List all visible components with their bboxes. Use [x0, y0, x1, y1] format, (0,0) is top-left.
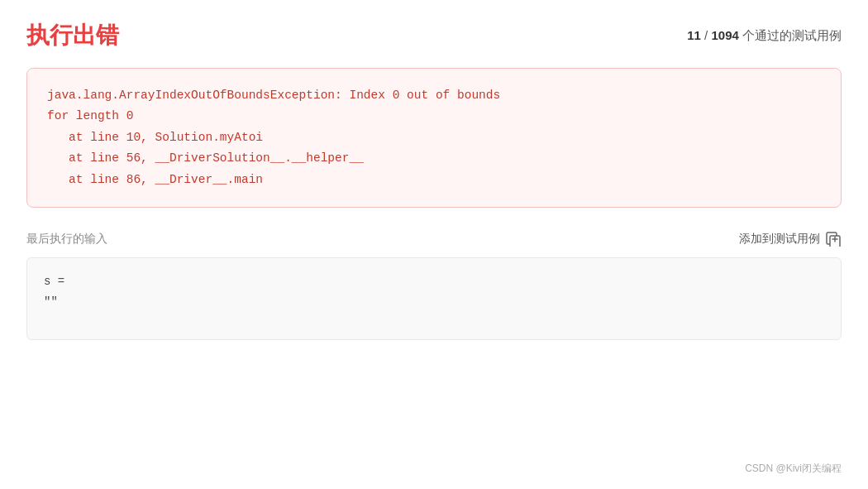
add-to-test-button[interactable]: 添加到测试用例 — [739, 231, 842, 247]
stats-label: 个通过的测试用例 — [742, 28, 842, 42]
page-title: 执行出错 — [26, 20, 119, 51]
last-input-section-header: 最后执行的输入 添加到测试用例 — [26, 231, 842, 247]
page-container: 执行出错 11 / 1094 个通过的测试用例 java.lang.ArrayI… — [0, 0, 868, 489]
stats-total: 1094 — [711, 28, 738, 42]
error-message: java.lang.ArrayIndexOutOfBoundsException… — [47, 85, 821, 190]
watermark: CSDN @Kivi闭关编程 — [745, 462, 842, 476]
header-stats: 11 / 1094 个通过的测试用例 — [687, 28, 842, 44]
add-to-test-icon — [825, 231, 842, 247]
stats-passed: 11 — [687, 28, 701, 42]
error-box: java.lang.ArrayIndexOutOfBoundsException… — [26, 68, 842, 208]
input-preview-box: s = "" — [26, 257, 842, 340]
input-line-2: "" — [44, 292, 824, 313]
input-line-1: s = — [44, 271, 824, 292]
last-input-label: 最后执行的输入 — [26, 232, 107, 247]
add-to-test-label: 添加到测试用例 — [739, 232, 820, 247]
header: 执行出错 11 / 1094 个通过的测试用例 — [26, 20, 842, 51]
